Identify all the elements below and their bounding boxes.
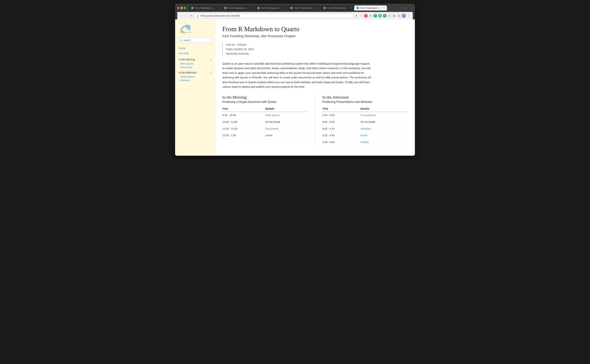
sidebar-item-home[interactable]: Home [178, 46, 212, 51]
traffic-lights [177, 7, 186, 9]
tab-5[interactable]: From R Markdown to Qua... ✕ [354, 6, 387, 11]
nav-link-websites[interactable]: Websites [180, 79, 190, 82]
tab-close-0[interactable]: ✕ [218, 7, 219, 9]
extension-icon-6[interactable]: ◻ [388, 14, 391, 18]
sidebar-logo: ASA Traveling Course ⛓ [178, 23, 212, 34]
search-input[interactable] [178, 38, 212, 43]
extension-icon-1[interactable]: R [364, 14, 368, 18]
sidebar-item-prework[interactable]: Pre-work [178, 51, 212, 56]
tab-close-4[interactable]: ✕ [350, 7, 352, 9]
sidebar-item-documents[interactable]: Documents [180, 65, 212, 69]
tabs-row: From R Markdown to Qua... ✕ From R Markd… [189, 6, 402, 11]
event-info: 9:30 am - 5:00 pm Friday, October 20, 20… [222, 42, 408, 56]
tab-close-3[interactable]: ✕ [317, 7, 319, 9]
afternoon-module-2[interactable]: Websites [360, 125, 408, 132]
extension-icon-5[interactable]: B [383, 14, 387, 18]
profile-icon[interactable]: A [402, 14, 406, 18]
morning-col-module: Module [265, 106, 308, 112]
chevron-down-icon-2: ▾ [210, 72, 211, 74]
morning-sub-items: Hello Quarto Documents [178, 62, 212, 69]
browser-content: ASA Traveling Course ⛓ 🔍 Home Pre-work [175, 20, 415, 156]
url-text: mine.quarto.pub/quarto-asa-nashville/ [200, 14, 240, 17]
afternoon-module-0[interactable]: Presentations [360, 112, 408, 119]
schedule-divider [315, 95, 315, 145]
tab-1[interactable]: From R Markdown to Qua... ✕ [222, 6, 255, 11]
sidebar-section-morning-header[interactable]: In the Morning ▾ [178, 57, 212, 62]
morning-time-3: 12:30 - 1:30 [222, 132, 265, 139]
nav-link-prework[interactable]: Pre-work [178, 52, 212, 55]
svg-text:Traveling Course: Traveling Course [183, 32, 191, 33]
morning-table: Time Module 9:30 - 10:30 Hello Quarto 10… [222, 106, 308, 139]
browser-titlebar: From R Markdown to Qua... ✕ From R Markd… [175, 4, 415, 20]
split-view-icon[interactable]: ⊟ [397, 14, 401, 18]
morning-module-link-0[interactable]: Hello Quarto [265, 114, 280, 117]
extension-icon-2[interactable]: ● [369, 14, 372, 18]
morning-module-link-2[interactable]: Documents [265, 127, 278, 130]
share-icon[interactable]: ⬆ [355, 14, 358, 18]
schedule-section: In the Morning Producing a Single Docume… [222, 95, 408, 145]
tab-close-5[interactable]: ✕ [383, 7, 385, 9]
description: Quarto is an open-source scientific and … [222, 61, 371, 89]
table-row: 4:15 - 4:40 Books [322, 132, 408, 139]
bookmark-icon[interactable]: ☆ [359, 14, 363, 18]
afternoon-module-3[interactable]: Books [360, 132, 408, 139]
morning-heading: In the Morning [222, 95, 308, 100]
tab-close-1[interactable]: ✕ [251, 7, 253, 9]
sidebar-section-afternoon-header[interactable]: In the Afternoon ▾ [178, 70, 212, 75]
table-row: 12:30 - 1:30 Lunch [222, 132, 308, 139]
morning-module-3: Lunch [265, 132, 308, 139]
extension-icon-3[interactable]: G [374, 14, 377, 18]
morning-module-0[interactable]: Hello Quarto [265, 112, 308, 119]
extension-icon-4[interactable]: ◆ [378, 14, 382, 18]
more-button[interactable]: ⋮ [407, 14, 410, 18]
sidebar: ASA Traveling Course ⛓ 🔍 Home Pre-work [175, 20, 215, 156]
extension-icon-7[interactable]: ⊞ [392, 14, 396, 18]
tab-2[interactable]: From R Markdown to Qua... ✕ [255, 6, 288, 11]
sidebar-item-websites[interactable]: Websites [180, 78, 212, 82]
morning-module-1: 30 min break [265, 118, 308, 125]
table-row: 11:00 - 12:30 Documents [222, 125, 308, 132]
afternoon-time-4: 4:40 - 4:50 [322, 139, 361, 145]
nav-link-presentations[interactable]: Presentations [180, 75, 195, 78]
url-bar[interactable]: 🔒 mine.quarto.pub/quarto-asa-nashville/ [195, 13, 353, 18]
afternoon-section-label: In the Afternoon [179, 71, 197, 74]
afternoon-module-4[interactable]: Articles [360, 139, 408, 145]
forward-button[interactable]: → [185, 14, 188, 18]
sidebar-item-presentations[interactable]: Presentations [180, 75, 212, 78]
chevron-down-icon: ▾ [210, 58, 211, 61]
close-button[interactable] [177, 7, 180, 9]
morning-module-2[interactable]: Documents [265, 125, 308, 132]
tab-0[interactable]: From R Markdown to Qua... ✕ [189, 6, 222, 11]
tab-3[interactable]: From R Markdown to Qua... ✕ [288, 6, 321, 11]
tab-menu-button[interactable]: ⌄ [410, 6, 413, 9]
main-content: From R Markdown to Quarto ASA Travelling… [215, 20, 415, 156]
afternoon-heading: In the Afternoon [322, 95, 408, 100]
minimize-button[interactable] [181, 7, 183, 9]
maximize-button[interactable] [184, 7, 186, 9]
afternoon-module-link-3[interactable]: Books [360, 134, 368, 137]
sidebar-search: 🔍 [178, 38, 212, 43]
tab-4[interactable]: From R Markdown to Qua... ✕ [321, 6, 354, 11]
afternoon-module-1: 30 min break [360, 118, 408, 125]
tab-favicon-2 [257, 7, 260, 9]
afternoon-module-link-0[interactable]: Presentations [360, 114, 376, 117]
table-row: 3:00 - 3:30 30 min break [322, 118, 408, 125]
nav-link-home[interactable]: Home [178, 46, 212, 50]
event-location: Vanderbilt University [226, 52, 408, 56]
new-tab-button[interactable]: + [403, 6, 408, 11]
afternoon-time-2: 3:05 - 4:15 [322, 125, 361, 132]
page-title: From R Markdown to Quarto [222, 25, 408, 33]
afternoon-table: Time Module 1:30 - 3:00 Presentations 3:… [322, 106, 408, 145]
tab-favicon-0 [191, 7, 194, 9]
reload-button[interactable]: ↻ [190, 14, 193, 18]
event-date: Friday, October 20, 2023 [226, 47, 408, 52]
afternoon-module-link-2[interactable]: Websites [360, 127, 371, 130]
nav-link-hello-quarto[interactable]: Hello Quarto [180, 62, 194, 65]
table-row: 10:30 - 11:00 30 min break [222, 118, 308, 125]
tab-close-2[interactable]: ✕ [284, 7, 286, 9]
sidebar-item-hello-quarto[interactable]: Hello Quarto [180, 62, 212, 65]
afternoon-module-link-4[interactable]: Articles [360, 141, 369, 143]
back-button[interactable]: ← [180, 14, 183, 18]
afternoon-time-0: 1:30 - 3:00 [322, 112, 361, 119]
nav-link-documents[interactable]: Documents [180, 66, 192, 69]
